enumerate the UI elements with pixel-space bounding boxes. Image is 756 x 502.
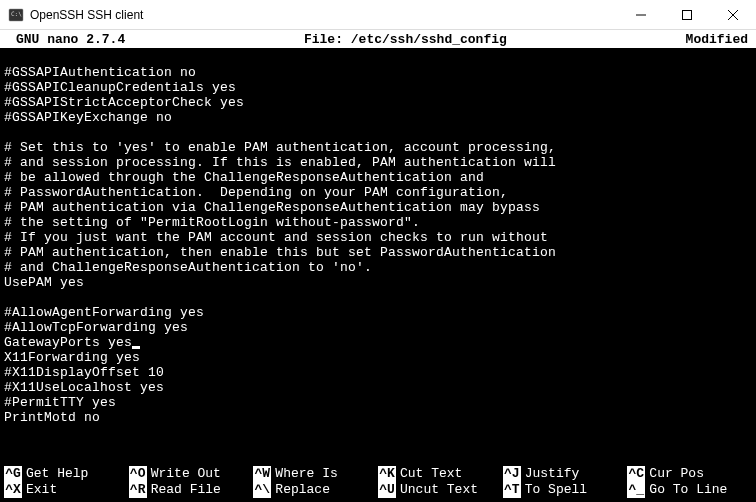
shortcut-item[interactable]: ^XExit	[4, 482, 129, 498]
shortcut-key: ^T	[503, 482, 521, 498]
shortcut-bar: ^GGet Help^OWrite Out^WWhere Is^KCut Tex…	[0, 464, 756, 502]
editor-line: #GSSAPIStrictAcceptorCheck yes	[4, 95, 752, 110]
shortcut-item[interactable]: ^\Replace	[253, 482, 378, 498]
shortcut-label: Replace	[275, 482, 330, 498]
nano-status: Modified	[686, 32, 752, 47]
shortcut-key: ^X	[4, 482, 22, 498]
shortcut-label: Uncut Text	[400, 482, 478, 498]
svg-rect-3	[683, 10, 692, 19]
shortcut-key: ^K	[378, 466, 396, 482]
editor-line: PrintMotd no	[4, 410, 752, 425]
shortcut-key: ^C	[627, 466, 645, 482]
shortcut-key: ^W	[253, 466, 271, 482]
shortcut-item[interactable]: ^UUncut Text	[378, 482, 503, 498]
shortcut-item[interactable]: ^CCur Pos	[627, 466, 752, 482]
nano-header: GNU nano 2.7.4 File: /etc/ssh/sshd_confi…	[0, 30, 756, 48]
shortcut-row: ^XExit^RRead File^\Replace^UUncut Text^T…	[4, 482, 752, 498]
editor-line: # If you just want the PAM account and s…	[4, 230, 752, 245]
shortcut-label: Cut Text	[400, 466, 462, 482]
editor-line	[4, 125, 752, 140]
shortcut-label: To Spell	[525, 482, 587, 498]
editor-line: #X11UseLocalhost yes	[4, 380, 752, 395]
editor-line: #GSSAPICleanupCredentials yes	[4, 80, 752, 95]
maximize-button[interactable]	[664, 0, 710, 29]
shortcut-item[interactable]: ^WWhere Is	[253, 466, 378, 482]
shortcut-label: Read File	[151, 482, 221, 498]
shortcut-item[interactable]: ^GGet Help	[4, 466, 129, 482]
editor-line: # be allowed through the ChallengeRespon…	[4, 170, 752, 185]
editor-line: #PermitTTY yes	[4, 395, 752, 410]
nano-version: GNU nano 2.7.4	[4, 32, 125, 47]
editor-line: # PasswordAuthentication. Depending on y…	[4, 185, 752, 200]
shortcut-row: ^GGet Help^OWrite Out^WWhere Is^KCut Tex…	[4, 466, 752, 482]
shortcut-label: Go To Line	[649, 482, 727, 498]
shortcut-item[interactable]: ^RRead File	[129, 482, 254, 498]
shortcut-item[interactable]: ^JJustify	[503, 466, 628, 482]
editor-line: #AllowAgentForwarding yes	[4, 305, 752, 320]
close-button[interactable]	[710, 0, 756, 29]
editor-line: # PAM authentication, then enable this b…	[4, 245, 752, 260]
svg-text:C:\: C:\	[11, 10, 22, 17]
editor-line: UsePAM yes	[4, 275, 752, 290]
editor-line: # and ChallengeResponseAuthentication to…	[4, 260, 752, 275]
editor-line: #X11DisplayOffset 10	[4, 365, 752, 380]
minimize-button[interactable]	[618, 0, 664, 29]
app-icon: C:\	[8, 7, 24, 23]
editor-line	[4, 290, 752, 305]
shortcut-label: Write Out	[151, 466, 221, 482]
editor-line: GatewayPorts yes	[4, 335, 752, 350]
window-title: OpenSSH SSH client	[30, 8, 618, 22]
titlebar: C:\ OpenSSH SSH client	[0, 0, 756, 30]
editor-line: #GSSAPIAuthentication no	[4, 65, 752, 80]
nano-file-label: File: /etc/ssh/sshd_config	[125, 32, 685, 47]
shortcut-key: ^\	[253, 482, 271, 498]
shortcut-item[interactable]: ^KCut Text	[378, 466, 503, 482]
editor-line: # PAM authentication via ChallengeRespon…	[4, 200, 752, 215]
editor-line: X11Forwarding yes	[4, 350, 752, 365]
shortcut-item[interactable]: ^TTo Spell	[503, 482, 628, 498]
shortcut-label: Cur Pos	[649, 466, 704, 482]
editor-line: #GSSAPIKeyExchange no	[4, 110, 752, 125]
shortcut-item[interactable]: ^_Go To Line	[627, 482, 752, 498]
shortcut-key: ^G	[4, 466, 22, 482]
shortcut-item[interactable]: ^OWrite Out	[129, 466, 254, 482]
editor-line: # and session processing. If this is ena…	[4, 155, 752, 170]
shortcut-label: Get Help	[26, 466, 88, 482]
cursor	[132, 346, 140, 349]
shortcut-key: ^R	[129, 482, 147, 498]
shortcut-label: Justify	[525, 466, 580, 482]
shortcut-label: Where Is	[275, 466, 337, 482]
shortcut-key: ^J	[503, 466, 521, 482]
shortcut-key: ^O	[129, 466, 147, 482]
editor-line: # the setting of "PermitRootLogin withou…	[4, 215, 752, 230]
editor-content[interactable]: #GSSAPIAuthentication no#GSSAPICleanupCr…	[0, 48, 756, 464]
editor-line: #AllowTcpForwarding yes	[4, 320, 752, 335]
shortcut-label: Exit	[26, 482, 57, 498]
window-controls	[618, 0, 756, 29]
shortcut-key: ^U	[378, 482, 396, 498]
editor-line: # Set this to 'yes' to enable PAM authen…	[4, 140, 752, 155]
editor-line	[4, 50, 752, 65]
shortcut-key: ^_	[627, 482, 645, 498]
